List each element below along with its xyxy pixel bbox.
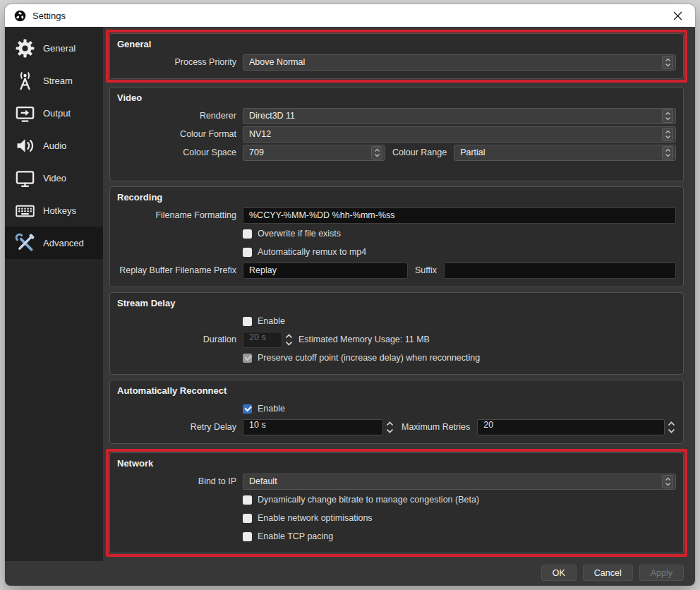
- settings-panel: General Process Priority Above Normal: [103, 27, 695, 586]
- sidebar-item-stream[interactable]: Stream: [5, 64, 103, 97]
- reconnect-enable-checkbox[interactable]: [243, 404, 252, 414]
- tcp-pacing-label: Enable TCP pacing: [258, 531, 333, 541]
- preserve-cutoff-checkbox: [243, 354, 252, 363]
- window-title: Settings: [32, 11, 665, 21]
- replay-prefix-label: Replay Buffer Filename Prefix: [117, 265, 243, 275]
- speaker-icon: [11, 135, 39, 157]
- renderer-label: Renderer: [117, 111, 243, 121]
- sidebar-item-output[interactable]: Output: [5, 97, 103, 129]
- section-title-auto-reconnect: Automatically Reconnect: [117, 385, 676, 396]
- sidebar-item-audio[interactable]: Audio: [5, 129, 103, 162]
- sidebar-item-general[interactable]: General: [5, 32, 103, 64]
- max-retries-spinbox[interactable]: 20: [477, 419, 665, 435]
- stream-delay-enable-label: Enable: [258, 316, 285, 326]
- sidebar: General Stream: [5, 27, 103, 561]
- chevron-updown-icon[interactable]: [662, 109, 673, 123]
- retry-delay-label: Retry Delay: [117, 422, 243, 432]
- duration-spinbox: 20 s: [243, 332, 282, 348]
- replay-suffix-label: Suffix: [408, 265, 444, 275]
- section-title-general: General: [117, 39, 676, 49]
- highlight-box-general: General Process Priority Above Normal: [106, 30, 687, 83]
- overwrite-checkbox[interactable]: [243, 229, 252, 239]
- monitor-arrow-icon: [11, 102, 39, 124]
- preserve-cutoff-label: Preserve cutoff point (increase delay) w…: [258, 353, 480, 363]
- bind-ip-select[interactable]: Default: [243, 474, 676, 490]
- apply-button: Apply: [639, 565, 684, 581]
- dialog-buttons: OK Cancel Apply: [541, 565, 684, 581]
- spinner-arrows-icon[interactable]: [385, 420, 394, 435]
- section-title-network: Network: [117, 458, 676, 469]
- colour-format-label: Colour Format: [117, 129, 243, 139]
- dynamic-bitrate-label: Dynamically change bitrate to manage con…: [258, 495, 479, 505]
- network-optimisations-label: Enable network optimisations: [258, 513, 373, 523]
- filename-formatting-label: Filename Formatting: [117, 210, 243, 220]
- section-recording: Recording Filename Formatting Overwrite …: [109, 186, 684, 287]
- section-title-stream-delay: Stream Delay: [117, 298, 676, 308]
- remux-checkbox[interactable]: [243, 248, 252, 257]
- sidebar-item-video[interactable]: Video: [5, 162, 103, 194]
- settings-window: Settings: [5, 4, 695, 586]
- replay-suffix-input[interactable]: [444, 263, 676, 279]
- stream-delay-enable-checkbox[interactable]: [243, 317, 252, 326]
- chevron-updown-icon[interactable]: [662, 56, 673, 69]
- renderer-select[interactable]: Direct3D 11: [243, 108, 676, 124]
- colour-range-label: Colour Range: [385, 148, 454, 157]
- chevron-updown-icon[interactable]: [371, 146, 382, 159]
- section-title-recording: Recording: [117, 192, 676, 203]
- bind-ip-label: Bind to IP: [117, 476, 243, 486]
- chevron-updown-icon[interactable]: [662, 146, 673, 159]
- colour-space-select[interactable]: 709: [243, 145, 385, 161]
- colour-range-select[interactable]: Partial: [454, 145, 676, 161]
- ok-button[interactable]: OK: [541, 565, 577, 581]
- monitor-icon: [11, 167, 39, 189]
- replay-prefix-input[interactable]: [243, 263, 408, 279]
- broadcast-icon: [11, 70, 39, 92]
- memory-usage-label: Estimated Memory Usage: 11 MB: [294, 335, 437, 344]
- spinner-arrows-icon[interactable]: [667, 420, 676, 435]
- close-icon[interactable]: [665, 6, 689, 25]
- process-priority-select[interactable]: Above Normal: [243, 54, 676, 71]
- desktop: Settings: [0, 0, 700, 590]
- sidebar-item-advanced[interactable]: Advanced: [5, 227, 103, 259]
- colour-format-select[interactable]: NV12: [243, 126, 676, 143]
- section-title-video: Video: [117, 92, 676, 103]
- reconnect-enable-label: Enable: [258, 404, 285, 414]
- retry-delay-spinbox[interactable]: 10 s: [243, 419, 383, 435]
- gear-icon: [11, 37, 39, 59]
- filename-formatting-input[interactable]: [243, 207, 676, 224]
- section-network: Network Bind to IP Default: [109, 452, 684, 553]
- chevron-updown-icon[interactable]: [662, 128, 673, 141]
- tcp-pacing-checkbox[interactable]: [243, 532, 252, 541]
- dynamic-bitrate-checkbox[interactable]: [243, 495, 252, 505]
- cancel-button[interactable]: Cancel: [583, 565, 633, 581]
- section-stream-delay: Stream Delay Enable Duration 20 s: [109, 292, 684, 375]
- tools-icon: [11, 232, 39, 254]
- overwrite-label: Overwrite if file exists: [258, 229, 341, 239]
- obs-logo-icon: [14, 10, 26, 22]
- section-general: General Process Priority Above Normal: [109, 33, 684, 79]
- section-auto-reconnect: Automatically Reconnect Enable Retry Del…: [109, 380, 684, 444]
- network-optimisations-checkbox[interactable]: [243, 514, 252, 523]
- remux-label: Automatically remux to mp4: [258, 247, 366, 257]
- duration-label: Duration: [117, 335, 243, 344]
- process-priority-label: Process Priority: [117, 57, 243, 67]
- sidebar-item-hotkeys[interactable]: Hotkeys: [5, 194, 103, 227]
- keyboard-icon: [11, 200, 39, 222]
- spinner-arrows-icon: [284, 332, 294, 347]
- colour-space-label: Colour Space: [117, 148, 243, 157]
- section-video: Video Renderer Direct3D 11 Colour Format: [109, 87, 684, 181]
- max-retries-label: Maximum Retries: [394, 422, 477, 432]
- chevron-updown-icon[interactable]: [662, 475, 673, 488]
- highlight-box-network: Network Bind to IP Default: [106, 449, 687, 557]
- titlebar: Settings: [5, 4, 695, 27]
